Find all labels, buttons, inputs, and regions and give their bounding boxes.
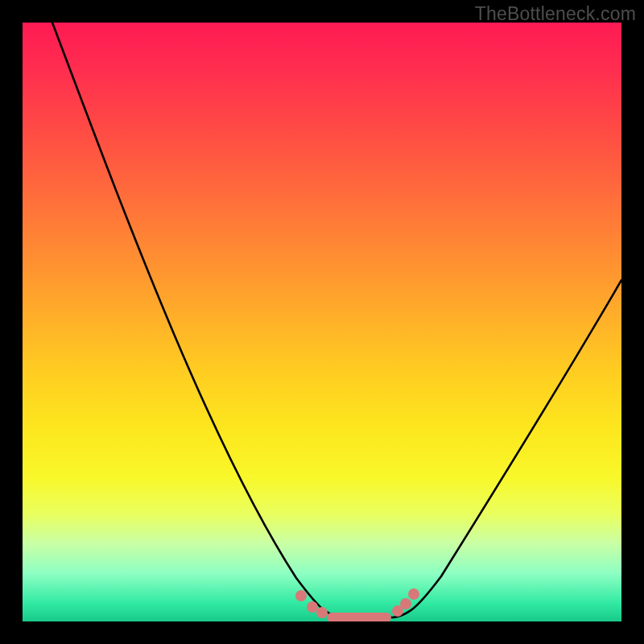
bottleneck-curve-svg (23, 23, 621, 621)
watermark-text: TheBottleneck.com (475, 3, 636, 25)
plot-area (23, 23, 621, 621)
chart-stage: TheBottleneck.com (0, 0, 644, 644)
marker-dot (400, 598, 411, 609)
bottleneck-curve-path (52, 23, 621, 617)
marker-flat-segment (327, 613, 391, 621)
marker-dot (408, 588, 419, 600)
marker-dot (316, 607, 328, 618)
marker-dot (307, 601, 318, 613)
marker-dot (295, 590, 307, 601)
